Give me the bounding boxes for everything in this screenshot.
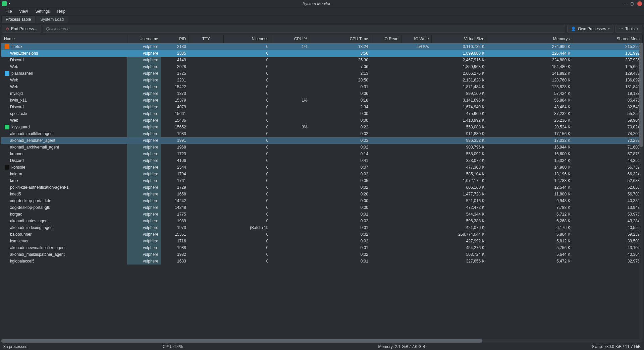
cell-cpu (271, 57, 310, 63)
cell-cputime: 2:34 (310, 104, 371, 110)
table-row[interactable]: Webvulphere1542200:311,871,484 K123,828 … (1, 83, 643, 90)
cell-username: vulphere (127, 70, 161, 77)
chevron-down-icon: ▾ (608, 27, 610, 31)
column-header-name[interactable]: Name (1, 35, 127, 43)
column-header-username[interactable]: Username (127, 35, 161, 43)
close-button[interactable] (637, 1, 642, 6)
table-row[interactable]: Webvulphere292807:061,859,968 K154,480 K… (1, 63, 643, 70)
cell-ioread (371, 63, 401, 70)
table-row[interactable]: akonadi_sendlater_agentvulphere199100:03… (1, 137, 643, 144)
table-row[interactable]: xdg-desktop-portal-gtkvulphere1424800:00… (1, 204, 643, 211)
column-header-cputime[interactable]: CPU Time (310, 35, 371, 43)
table-row[interactable]: firefoxvulphere213001%18:2454 K/s3,116,7… (1, 43, 643, 50)
table-row[interactable]: kmixvulphere176100:051,072,172 K12,788 K… (1, 177, 643, 184)
menu-file[interactable]: File (2, 8, 15, 15)
cell-iowrite (401, 244, 432, 251)
cell-cpu (271, 238, 310, 244)
table-row[interactable]: Discordvulphere4149025:302,467,916 K224,… (1, 57, 643, 63)
table-row[interactable]: krunnervulphere172300:14558,092 K16,600 … (1, 151, 643, 157)
column-header-ioread[interactable]: IO Read (371, 35, 401, 43)
table-row[interactable]: korgacvulphere177500:01544,344 K6,712 K5… (1, 211, 643, 218)
table-row[interactable]: kded5vulphere165800:201,477,728 K11,880 … (1, 191, 643, 197)
cell-name: akonadi_mailfilter_agent (1, 130, 127, 137)
table-row[interactable]: ksmservervulphere171600:02427,992 K5,812… (1, 238, 643, 244)
cell-username: vulphere (127, 197, 161, 204)
cell-cpu (271, 90, 310, 97)
column-header-iowrite[interactable]: IO Write (401, 35, 432, 43)
table-row[interactable]: ksysguardvulphere1565203%0:22553,088 K20… (1, 124, 643, 130)
cell-pid: 15351 (161, 231, 189, 238)
table-row[interactable]: Webvulphere2231020:502,131,628 K128,760 … (1, 77, 643, 83)
vertical-scrollbar[interactable] (639, 44, 643, 339)
cell-pid: 1658 (161, 191, 189, 197)
column-header-pid[interactable]: PID (161, 35, 189, 43)
process-icon (5, 71, 9, 76)
table-row[interactable]: baloorunnervulphere1535100:02268,774,044… (1, 231, 643, 238)
table-row[interactable]: mysqldvulphere187300:06899,160 K57,424 K… (1, 90, 643, 97)
table-row[interactable]: Discordvulphere410600:41323,072 K15,324 … (1, 157, 643, 164)
cell-niceness: 0 (223, 70, 271, 77)
end-process-button[interactable]: ⊘ End Process... (2, 25, 41, 33)
cell-cpu (271, 204, 310, 211)
cell-cputime: 0:02 (310, 231, 371, 238)
column-header-memory[interactable]: Memory (487, 35, 573, 43)
process-name: Discord (10, 105, 24, 109)
column-header-cpu[interactable]: CPU % (271, 35, 310, 43)
table-row[interactable]: spectaclevulphere1566100:00475,960 K37,2… (1, 110, 643, 117)
table-row[interactable]: kalarmvulphere179400:02585,104 K13,196 K… (1, 171, 643, 177)
table-row[interactable]: plasmashellvulphere172502:132,666,276 K1… (1, 70, 643, 77)
table-row[interactable]: konsolevulphere254400:07477,308 K14,900 … (1, 164, 643, 171)
column-header-vsize[interactable]: Virtual Size (432, 35, 487, 43)
menu-settings[interactable]: Settings (32, 8, 53, 15)
table-row[interactable]: akonadi_archivemail_agentvulphere196800:… (1, 144, 643, 151)
cell-shmem: 40,552 (573, 224, 642, 231)
scrollbar-thumb[interactable] (1, 339, 482, 343)
cell-name: Web (1, 77, 127, 83)
column-header-shmem[interactable]: Shared Mem (573, 35, 642, 43)
process-name: akonadi_mailfilter_agent (10, 131, 54, 136)
table-row[interactable]: kwin_x11vulphere1537901%0:183,141,696 K5… (1, 97, 643, 104)
cell-niceness: 0 (223, 197, 271, 204)
table-row[interactable]: akonadi_indexing_agentvulphere1973(Batch… (1, 224, 643, 231)
cell-shmem: 19,188 (573, 90, 642, 97)
cell-cpu (271, 77, 310, 83)
process-name: ksmserver (10, 239, 29, 243)
table-row[interactable]: akonadi_maildispatcher_agentvulphere1982… (1, 251, 643, 258)
tools-dropdown[interactable]: ⋯ Tools ▾ (615, 25, 642, 33)
cell-cpu (271, 157, 310, 164)
table-row[interactable]: polkit-kde-authentication-agent-1vulpher… (1, 184, 643, 191)
table-row[interactable]: xdg-desktop-portal-kdevulphere1424200:00… (1, 197, 643, 204)
maximize-button[interactable]: ▢ (630, 1, 634, 6)
minimize-button[interactable]: — (623, 1, 627, 6)
cell-memory: 5,472 K (487, 258, 573, 265)
table-row[interactable]: Discordvulphere407902:341,674,940 K43,48… (1, 104, 643, 110)
filter-dropdown[interactable]: 👤 Own Processes ▾ (567, 25, 613, 33)
table-row[interactable]: akonadi_notes_agentvulphere198900:02596,… (1, 218, 643, 224)
cell-tty (189, 43, 223, 50)
search-input[interactable] (43, 25, 565, 33)
cell-name: Discord (1, 104, 127, 110)
tab-process-table[interactable]: Process Table (1, 15, 35, 23)
process-table[interactable]: NameUsernamePIDTTYNicenessCPU %CPU TimeI… (1, 35, 643, 265)
horizontal-scrollbar[interactable] (1, 339, 643, 343)
column-header-tty[interactable]: TTY (189, 35, 223, 43)
table-row[interactable]: Webvulphere1548600:001,413,992 K25,236 K… (1, 117, 643, 124)
tab-system-load[interactable]: System Load (36, 15, 68, 23)
menu-help[interactable]: Help (54, 8, 69, 15)
scrollbar-thumb[interactable] (639, 44, 643, 147)
column-header-niceness[interactable]: Niceness (223, 35, 271, 43)
process-name: WebExtensions (10, 51, 38, 56)
status-swap: Swap: 780.0 KiB / 11.7 GiB (481, 344, 641, 349)
menu-view[interactable]: View (16, 8, 31, 15)
cell-memory: 5,812 K (487, 238, 573, 244)
table-row[interactable]: WebExtensionsvulphere233503:561,899,080 … (1, 50, 643, 57)
cell-name: mysqld (1, 90, 127, 97)
table-row[interactable]: akonadi_newmailnotifier_agentvulphere198… (1, 244, 643, 251)
cell-shmem: 129,488 (573, 70, 642, 77)
table-row[interactable]: kglobalaccel5vulphere168300:01327,656 K5… (1, 258, 643, 265)
cell-name: xdg-desktop-portal-kde (1, 197, 127, 204)
table-row[interactable]: akonadi_mailfilter_agentvulphere198300:0… (1, 130, 643, 137)
cell-cpu: 1% (271, 97, 310, 104)
process-name: kalarm (10, 172, 22, 176)
cell-pid: 1873 (161, 90, 189, 97)
